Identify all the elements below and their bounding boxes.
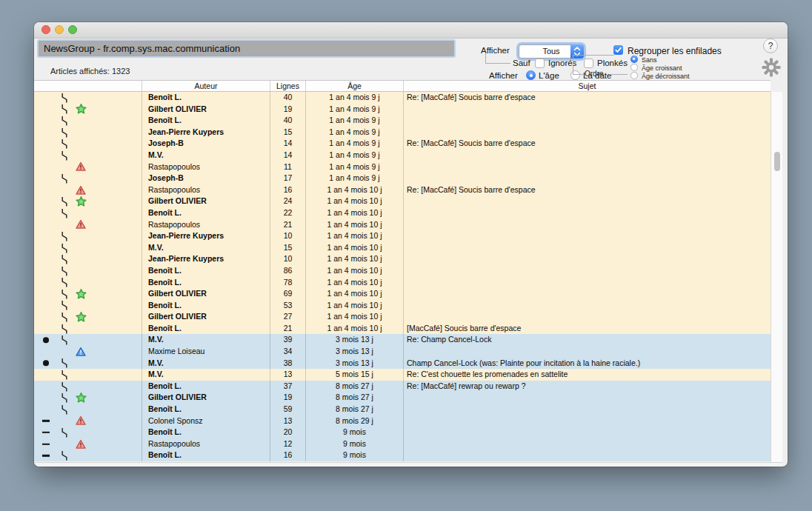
author-cell: Gilbert OLIVIER <box>142 392 270 404</box>
article-row[interactable]: Benoît L.861 an 4 mois 10 j <box>34 265 771 277</box>
subject-cell <box>404 253 771 265</box>
lines-cell: 13 <box>270 415 306 427</box>
ordre-age-croissant-label: Âge croissant <box>642 64 682 72</box>
article-row[interactable]: Benoît L.598 mois 27 j <box>34 404 771 415</box>
article-row[interactable]: Benoît L.169 mois <box>34 450 771 461</box>
lines-cell: 40 <box>270 115 306 127</box>
article-row[interactable]: Colonel Sponsz138 mois 29 j <box>34 415 771 427</box>
flag-star-icon <box>76 393 87 404</box>
subject-cell <box>404 404 771 415</box>
article-row[interactable]: Jean-Pierre Kuypers151 an 4 mois 9 j <box>34 127 771 138</box>
close-button[interactable] <box>41 25 50 34</box>
age-cell: 1 an 4 mois 10 j <box>306 288 404 300</box>
subject-cell <box>404 277 771 289</box>
vertical-scrollbar-thumb[interactable] <box>774 152 780 171</box>
article-row[interactable]: Benoît L.781 an 4 mois 10 j <box>34 277 771 289</box>
age-cell: 1 an 4 mois 10 j <box>306 184 404 196</box>
article-row[interactable]: Gilbert OLIVIER691 an 4 mois 10 j <box>34 288 771 300</box>
subject-cell <box>404 161 771 173</box>
article-row[interactable]: Joseph-B171 an 4 mois 9 j <box>34 173 771 184</box>
article-row[interactable]: Rastapopoulos129 mois <box>34 438 771 450</box>
subject-cell: Re: Champ Cancel-Lock <box>404 334 771 346</box>
subject-cell: Re: [MacCafé] Soucis barre d'espace <box>404 184 771 196</box>
help-button[interactable]: ? <box>763 39 778 53</box>
window-titlebar[interactable] <box>34 22 788 39</box>
newsreader-window: NewsGroup - fr.comp.sys.mac.communicatio… <box>34 22 788 467</box>
age-cell: 1 an 4 mois 9 j <box>306 161 404 173</box>
lines-cell: 13 <box>270 369 306 381</box>
article-row[interactable]: Joseph-B141 an 4 mois 9 jRe: [MacCafé] S… <box>34 138 771 150</box>
article-row[interactable]: M.V.135 mois 15 jRe: C'est chouette les … <box>34 369 771 381</box>
article-row[interactable]: Benoît L.209 mois <box>34 427 771 438</box>
row-status-icons <box>34 196 142 207</box>
article-row[interactable]: Jean-Pierre Kuypers101 an 4 mois 10 j <box>34 253 771 265</box>
age-cell: 9 mois <box>306 427 404 438</box>
article-row[interactable]: Rastapopoulos161 an 4 mois 10 jRe: [MacC… <box>34 184 771 196</box>
lines-cell: 20 <box>270 427 306 438</box>
ordre-age-croissant-radio[interactable] <box>630 64 638 71</box>
article-row[interactable]: Rastapopoulos111 an 4 mois 9 j <box>34 161 771 173</box>
age-cell: 8 mois 29 j <box>306 415 404 427</box>
lage-radio[interactable] <box>526 70 536 80</box>
article-row[interactable]: Benoît L.221 an 4 mois 10 j <box>34 207 771 219</box>
article-row[interactable]: Jean-Pierre Kuypers101 an 4 mois 10 j <box>34 230 771 242</box>
zoom-button[interactable] <box>68 25 77 34</box>
column-header-auteur[interactable]: Auteur <box>142 81 270 91</box>
article-row[interactable]: M.V.151 an 4 mois 10 j <box>34 242 771 254</box>
row-status-icons <box>34 219 142 231</box>
lines-cell: 21 <box>270 219 306 231</box>
ignores-checkbox[interactable] <box>535 59 545 68</box>
article-row[interactable]: Benoît L.211 an 4 mois 10 j[MacCafé] Sou… <box>34 323 771 335</box>
author-cell: Benoît L. <box>142 427 270 438</box>
horizontal-scrollbar[interactable] <box>34 462 782 467</box>
row-status-icons <box>34 230 142 242</box>
article-row[interactable]: Benoît L.378 mois 27 jRe: [MacCafé] rewr… <box>34 381 771 393</box>
author-cell: Benoît L. <box>142 265 270 277</box>
newsgroup-title-field[interactable]: NewsGroup - fr.comp.sys.mac.communicatio… <box>39 41 454 56</box>
article-row[interactable]: Rastapopoulos211 an 4 mois 10 j <box>34 219 771 231</box>
subject-cell <box>404 346 771 358</box>
article-row[interactable]: Benoît L.401 an 4 mois 9 jRe: [MacCafé] … <box>34 92 771 104</box>
thread-arrow-icon <box>61 335 68 345</box>
column-header-sujet[interactable]: Sujet <box>404 81 771 91</box>
author-cell: Gilbert OLIVIER <box>142 311 270 323</box>
article-row[interactable]: Gilbert OLIVIER191 an 4 mois 9 j <box>34 104 771 116</box>
thread-arrow-icon <box>61 116 68 126</box>
subject-cell <box>404 230 771 242</box>
article-row[interactable]: Benoît L.531 an 4 mois 10 j <box>34 300 771 312</box>
column-header-lignes[interactable]: Lignes <box>270 81 306 91</box>
age-cell: 1 an 4 mois 10 j <box>306 242 404 254</box>
author-cell: Benoît L. <box>142 277 270 289</box>
dash-marker-icon <box>42 420 50 421</box>
author-cell: Gilbert OLIVIER <box>142 288 270 300</box>
thread-arrow-icon <box>61 93 68 103</box>
flag-star-icon <box>76 288 87 299</box>
settings-gear-icon[interactable] <box>762 58 781 77</box>
column-header-icons[interactable] <box>34 81 142 91</box>
article-row[interactable]: M.V.383 mois 13 jChamp Cancel-Lock (was:… <box>34 358 771 370</box>
lines-cell: 14 <box>270 150 306 161</box>
ordre-age-decroissant-radio[interactable] <box>630 72 638 79</box>
row-status-icons <box>34 427 142 438</box>
column-header-age[interactable]: Âge <box>306 81 404 91</box>
thread-arrow-icon <box>61 208 68 218</box>
article-row[interactable]: Gilbert OLIVIER241 an 4 mois 10 j <box>34 196 771 207</box>
age-cell: 1 an 4 mois 10 j <box>306 311 404 323</box>
article-row[interactable]: M.V.393 mois 13 jRe: Champ Cancel-Lock <box>34 334 771 346</box>
article-row[interactable]: Benoît L.401 an 4 mois 9 j <box>34 115 771 127</box>
article-row[interactable]: Maxime Loiseau343 mois 13 j <box>34 346 771 358</box>
minimize-button[interactable] <box>55 25 64 34</box>
lines-cell: 69 <box>270 288 306 300</box>
article-row[interactable]: Gilbert OLIVIER271 an 4 mois 10 j <box>34 311 771 323</box>
row-status-icons <box>34 404 142 415</box>
article-row[interactable]: M.V.141 an 4 mois 9 j <box>34 150 771 161</box>
regrouper-checkbox[interactable] <box>613 45 623 55</box>
subject-cell: Re: [MacCafé] Soucis barre d'espace <box>404 138 771 150</box>
article-row[interactable]: Gilbert OLIVIER198 mois 27 j <box>34 392 771 404</box>
ordre-sans-radio[interactable] <box>630 56 638 63</box>
lines-cell: 40 <box>270 92 306 104</box>
vertical-scrollbar[interactable] <box>771 92 782 462</box>
subject-cell <box>404 450 771 461</box>
author-cell: M.V. <box>142 334 270 346</box>
age-cell: 3 mois 13 j <box>306 334 404 346</box>
